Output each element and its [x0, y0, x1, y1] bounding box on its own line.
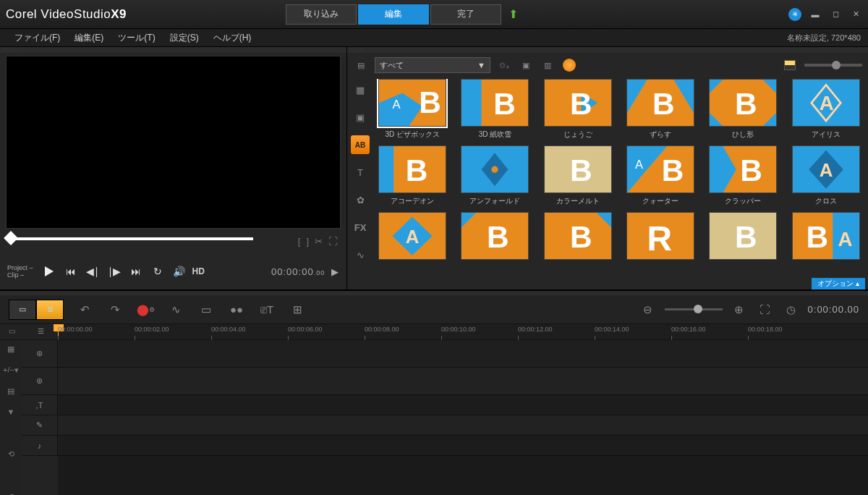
video-track-lane[interactable] — [58, 340, 868, 368]
sidebar-title-icon[interactable]: T — [351, 163, 370, 182]
fit-project-button[interactable]: ⛶ — [756, 300, 775, 319]
sidebar-transition-button[interactable]: AB — [351, 135, 370, 154]
import-media-icon[interactable]: ▤ — [353, 57, 369, 73]
mark-in-icon[interactable]: [ — [298, 236, 301, 247]
zoom-in-button[interactable]: ⊕ — [730, 300, 749, 319]
gallery-disc-icon[interactable] — [561, 57, 577, 73]
expand-icon[interactable]: ⛶ — [328, 236, 338, 247]
menu-tools[interactable]: ツール(T) — [111, 30, 162, 46]
transition-thumb[interactable]: Bアコーデオン — [376, 145, 448, 206]
menu-edit[interactable]: 編集(E) — [67, 30, 111, 46]
end-button[interactable]: ⏭ — [127, 263, 145, 280]
hd-toggle[interactable]: HD — [192, 266, 205, 276]
ruler-list-icon[interactable]: ☰ — [38, 327, 49, 337]
timeline-zoom-slider[interactable] — [665, 308, 723, 310]
title-track-header[interactable]: ,T — [22, 395, 58, 415]
transition-thumb[interactable]: B — [707, 212, 779, 263]
voice-track-header[interactable]: ✎ — [22, 415, 58, 436]
multiview-button[interactable]: ⊞ — [288, 300, 307, 319]
menu-settings[interactable]: 設定(S) — [163, 30, 206, 46]
sidebar-media-icon[interactable]: ▦ — [351, 80, 370, 99]
transition-thumb[interactable]: BA — [790, 212, 862, 263]
timeline-ruler[interactable]: 00:00:00.0000:00:02.0000:00:04.0000:00:0… — [58, 324, 868, 339]
track-opts-1-icon[interactable]: ▦ — [7, 344, 14, 354]
tab-edit[interactable]: 編集 — [358, 4, 429, 25]
prev-frame-button[interactable]: ◀∣ — [84, 263, 101, 280]
collapse-arrow-icon[interactable]: ▼ — [7, 407, 15, 416]
thumb-size-slider-thumb[interactable] — [832, 61, 841, 69]
transition-thumb[interactable]: BAクォーター — [624, 145, 697, 206]
track-motion-button[interactable]: ●● — [227, 300, 246, 319]
transition-thumb[interactable]: アンフォールド — [459, 145, 531, 206]
library-pane-handle[interactable]: :::::::: — [347, 47, 868, 53]
tab-share[interactable]: 完了 — [430, 4, 501, 25]
transition-thumb[interactable]: R — [624, 212, 697, 263]
cut-icon[interactable]: ✂ — [315, 236, 323, 247]
transition-thumb[interactable]: Aクロス — [790, 145, 862, 206]
preview-pane-handle[interactable]: :::::::: — [0, 47, 346, 53]
options-panel-toggle[interactable]: オプション ▴ — [812, 278, 865, 289]
sidebar-instant-icon[interactable]: ▣ — [351, 108, 370, 127]
upload-icon[interactable]: ⬆ — [509, 7, 518, 21]
track-opts-4-icon[interactable]: ⟲ — [8, 492, 14, 495]
track-opts-2-icon[interactable]: ▤ — [7, 386, 14, 396]
favorite-add-icon[interactable]: ✩₊ — [496, 57, 512, 73]
sidebar-path-icon[interactable]: ∿ — [351, 245, 370, 264]
title-track-lane[interactable] — [58, 395, 868, 415]
sidebar-graphic-icon[interactable]: ✿ — [351, 190, 370, 209]
undo-button[interactable]: ↶ — [75, 300, 94, 319]
preview-viewport[interactable] — [6, 56, 341, 229]
play-button[interactable] — [41, 263, 58, 280]
loop-button[interactable]: ↻ — [149, 263, 166, 280]
transition-thumb[interactable]: Bじょうご — [542, 79, 614, 140]
thumb-size-slider[interactable] — [804, 64, 862, 67]
music-track-header[interactable]: ♪ — [22, 436, 58, 456]
zoom-out-button[interactable]: ⊖ — [639, 300, 658, 319]
transition-thumb[interactable]: A — [376, 212, 448, 263]
transition-thumb[interactable]: Bカラーメルト — [542, 145, 614, 206]
menu-help[interactable]: ヘルプ(H) — [206, 30, 259, 46]
globe-icon[interactable]: ✳ — [788, 8, 801, 21]
next-frame-button[interactable]: ∣▶ — [106, 263, 123, 280]
minimize-button[interactable]: ▬ — [809, 8, 822, 21]
transition-thumb[interactable]: Bずらす — [624, 79, 697, 140]
gallery-tool-2-icon[interactable]: ▥ — [540, 57, 556, 73]
overlay-track-lane[interactable] — [58, 368, 868, 395]
overlay-track-header[interactable]: ⊛ — [22, 368, 58, 395]
transition-thumb[interactable]: B3D 紙吹雪 — [459, 79, 531, 140]
maximize-button[interactable]: ◻ — [829, 8, 842, 21]
chapter-button[interactable]: ▭ — [197, 300, 216, 319]
menu-file[interactable]: ファイル(F) — [7, 30, 67, 46]
ruler-collapse-icon[interactable]: ▭ — [9, 327, 20, 337]
timecode-arrow-icon[interactable]: ▶ — [331, 266, 339, 277]
voice-track-lane[interactable] — [58, 415, 868, 436]
transition-thumb[interactable]: B — [459, 212, 531, 263]
tab-capture[interactable]: 取り込み — [286, 4, 357, 25]
transition-thumb[interactable]: Bクラッパー — [707, 145, 779, 206]
preview-timecode[interactable]: 00:00:00.00 ▶ — [271, 266, 339, 277]
transition-thumb[interactable]: Bひし形 — [707, 79, 779, 140]
storyboard-view-button[interactable]: ▭ — [9, 300, 36, 320]
plus-minus-toggle[interactable]: +/−▾ — [3, 365, 19, 375]
view-mode-toggle[interactable] — [784, 60, 796, 70]
scrub-bar[interactable]: [ ] ✂ ⛶ — [0, 232, 346, 253]
clock-icon[interactable]: ◷ — [782, 300, 801, 319]
redo-button[interactable]: ↷ — [106, 300, 124, 319]
category-dropdown[interactable]: すべて ▼ — [375, 57, 490, 73]
home-button[interactable]: ⏮ — [62, 263, 80, 280]
timeline-zoom-thumb[interactable] — [694, 305, 702, 313]
close-button[interactable]: ✕ — [849, 8, 862, 21]
transition-thumb[interactable]: Aアイリス — [790, 79, 862, 140]
transition-thumb[interactable]: BA3D ビザボックス — [376, 79, 448, 140]
timeline-view-button[interactable]: ≣ — [36, 300, 64, 320]
timeline-timecode[interactable]: 0:00:00.00 — [808, 304, 859, 315]
mode-clip-label[interactable]: Clip – — [7, 271, 33, 279]
mark-out-icon[interactable]: ] — [306, 236, 309, 247]
video-track-header[interactable]: ⊛ — [22, 340, 58, 368]
gallery-tool-1-icon[interactable]: ▣ — [518, 57, 534, 73]
scrub-track[interactable] — [7, 237, 253, 240]
track-opts-3-icon[interactable]: ⟲ — [8, 449, 14, 459]
sidebar-fx-icon[interactable]: FX — [351, 218, 370, 237]
audio-mixer-button[interactable]: ∿ — [166, 300, 185, 319]
transition-thumb[interactable]: B — [542, 212, 614, 263]
